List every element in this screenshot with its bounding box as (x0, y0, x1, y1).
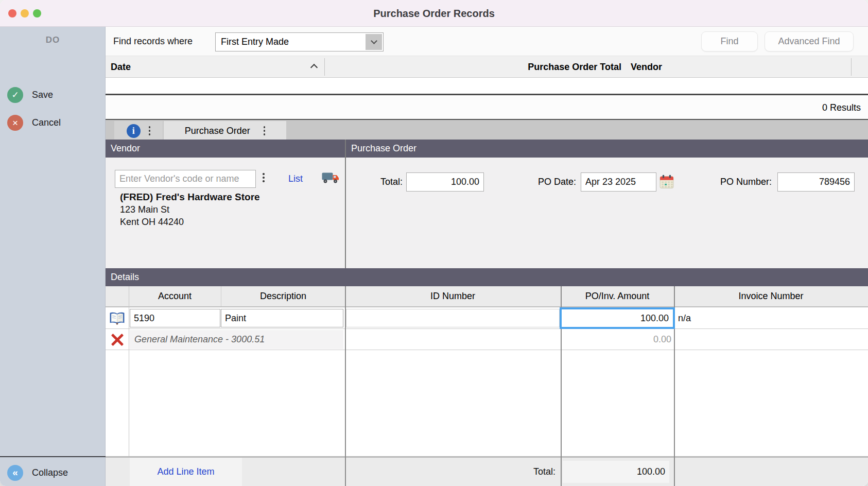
find-field-dropdown-value: First Entry Made (221, 37, 289, 47)
sidebar-divider (0, 456, 106, 457)
purchase-order-panel-header: Purchase Order (346, 140, 868, 158)
collapse-label: Collapse (32, 467, 68, 478)
add-line-item-link[interactable]: Add Line Item (157, 466, 214, 477)
results-column-date[interactable]: Date (111, 56, 322, 78)
vendor-address-line2: Kent OH 44240 (120, 217, 184, 228)
results-empty-row (106, 78, 868, 95)
total-label: Total: (346, 172, 403, 192)
vendor-list-link[interactable]: List (288, 173, 303, 184)
purchase-order-panel: Purchase Order Total: PO Date: (346, 140, 868, 268)
find-bar: Find records where First Entry Made Find… (106, 27, 868, 56)
account-note: General Maintenance - 3000.51 (130, 330, 343, 349)
save-button[interactable]: ✓ Save (7, 87, 53, 103)
id-number-cell[interactable] (346, 309, 560, 327)
cancel-button[interactable]: × Cancel (7, 115, 61, 131)
vendor-panel-header: Vendor (106, 140, 345, 158)
collapse-button[interactable]: « Collapse (7, 465, 68, 481)
record-info-segment: i (114, 121, 163, 141)
column-id-number: ID Number (345, 286, 561, 306)
chevron-down-icon (371, 38, 377, 44)
find-records-label: Find records where (113, 27, 193, 56)
vendor-name: (FRED) Fred's Hardware Store (120, 192, 260, 203)
app-window: Purchase Order Records DO ✓ Save × Cance… (0, 0, 868, 486)
results-column-vendor[interactable]: Vendor (631, 56, 847, 78)
find-field-dropdown[interactable]: First Entry Made (215, 32, 384, 51)
details-panel-header: Details (106, 268, 868, 286)
advanced-find-button[interactable]: Advanced Find (765, 31, 854, 51)
cancel-label: Cancel (32, 117, 61, 128)
sort-ascending-icon (310, 64, 318, 71)
chevrons-left-icon: « (7, 465, 23, 481)
column-account: Account (129, 286, 221, 306)
po-number-field[interactable] (777, 172, 855, 192)
vendor-menu-icon[interactable] (263, 173, 265, 182)
details-total-value: 100.00 (563, 461, 669, 483)
x-icon: × (7, 115, 23, 131)
account-cell[interactable]: 5190 (130, 309, 220, 327)
detail-row: General Maintenance - 3000.51 0.00 (106, 329, 868, 350)
po-date-field[interactable] (581, 172, 656, 192)
add-line-item-cell: Add Line Item (130, 458, 242, 486)
sidebar-header: DO (0, 35, 106, 45)
ledger-book-icon[interactable] (106, 307, 129, 329)
find-button[interactable]: Find (701, 31, 758, 51)
column-divider (851, 58, 852, 76)
date-column-label: Date (111, 62, 131, 72)
kebab-menu-icon[interactable] (149, 126, 151, 135)
window-title: Purchase Order Records (0, 0, 868, 27)
column-po-inv-amount: PO/Inv. Amount (561, 286, 674, 306)
delete-row-icon[interactable] (106, 329, 129, 351)
description-cell[interactable]: Paint (221, 309, 343, 327)
truck-icon (322, 171, 339, 186)
vendor-search-input[interactable] (115, 170, 256, 188)
po-number-label: PO Number: (696, 172, 772, 192)
results-header-row: Date Purchase Order Total Vendor (106, 56, 868, 78)
column-divider (129, 286, 129, 456)
dropdown-arrow-button[interactable] (366, 34, 382, 50)
po-inv-amount-cell-dimmed: 0.00 (561, 329, 671, 350)
save-label: Save (32, 90, 53, 100)
results-count: 0 Results (106, 97, 868, 119)
column-divider (345, 286, 346, 486)
column-divider (324, 58, 325, 76)
po-date-label: PO Date: (495, 172, 576, 192)
calendar-icon[interactable] (659, 175, 674, 191)
sidebar: DO ✓ Save × Cancel « Collapse (0, 27, 106, 486)
vendor-panel: Vendor List (FRED) Fred's Hardware Store… (106, 140, 345, 268)
po-inv-amount-cell-focused[interactable]: 100.00 (560, 307, 675, 329)
details-panel: Details Account Description ID Number PO… (106, 268, 868, 486)
tab-purchase-order[interactable]: Purchase Order (164, 121, 286, 141)
check-icon: ✓ (7, 87, 23, 103)
details-footer: Add Line Item Total: 100.00 (106, 456, 868, 486)
column-invoice-number: Invoice Number (674, 286, 868, 306)
detail-row: 5190 Paint 100.00 n/a (106, 307, 868, 329)
details-total-label: Total: (427, 458, 555, 486)
tab-kebab-menu-icon[interactable] (264, 126, 266, 135)
vendor-address-line1: 123 Main St (120, 204, 169, 215)
tab-bar: i Purchase Order (106, 119, 868, 140)
results-column-po-total[interactable]: Purchase Order Total (327, 56, 626, 78)
total-field[interactable] (406, 172, 484, 192)
column-description: Description (221, 286, 345, 306)
invoice-number-cell[interactable]: n/a (678, 307, 863, 329)
details-column-headers: Account Description ID Number PO/Inv. Am… (106, 286, 868, 307)
tab-label: Purchase Order (185, 126, 250, 136)
titlebar: Purchase Order Records (0, 0, 868, 27)
info-icon[interactable]: i (127, 124, 141, 138)
